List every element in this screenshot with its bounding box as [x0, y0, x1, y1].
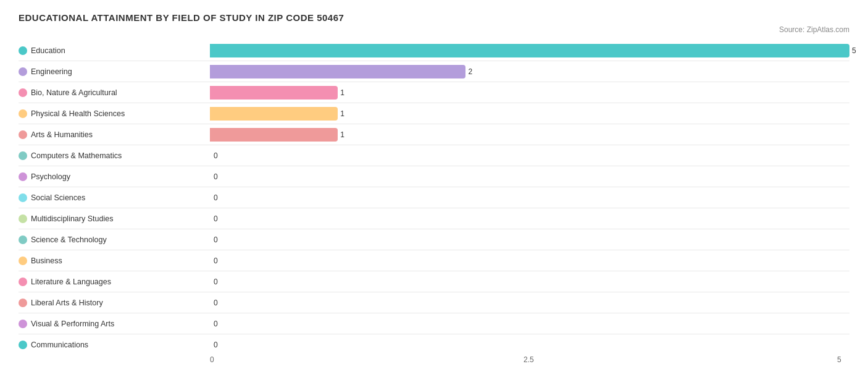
label-container: Education: [19, 46, 210, 55]
bar-label: Visual & Performing Arts: [31, 320, 114, 328]
bar-fill: [210, 65, 465, 78]
label-container: Literature & Languages: [19, 278, 210, 286]
bar-value-label: 0: [214, 235, 218, 244]
bar-label: Literature & Languages: [31, 278, 111, 286]
bar-dot: [19, 214, 27, 223]
x-tick-label: 5: [837, 355, 841, 364]
source-label: Source: ZipAtlas.com: [19, 25, 849, 34]
bar-dot: [19, 320, 27, 328]
bar-value-label: 2: [468, 67, 472, 76]
bar-dot: [19, 341, 27, 349]
bar-dot: [19, 88, 27, 97]
bar-row: Multidisciplinary Studies0: [19, 208, 849, 229]
x-tick-label: 0: [210, 355, 214, 364]
bar-row: Literature & Languages0: [19, 271, 849, 292]
bar-label: Arts & Humanities: [31, 130, 93, 139]
bar-label: Multidisciplinary Studies: [31, 214, 113, 223]
bar-label: Bio, Nature & Agricultural: [31, 88, 117, 97]
bar-fill: [210, 44, 849, 57]
label-container: Arts & Humanities: [19, 130, 210, 139]
bar-section: 0: [210, 233, 849, 247]
bar-dot: [19, 151, 27, 160]
bar-dot: [19, 193, 27, 202]
bar-row: Computers & Mathematics0: [19, 145, 849, 166]
bar-dot: [19, 67, 27, 76]
bar-dot: [19, 278, 27, 286]
bar-section: 0: [210, 191, 849, 205]
bar-value-label: 0: [214, 172, 218, 181]
bar-dot: [19, 172, 27, 181]
bar-row: Bio, Nature & Agricultural1: [19, 82, 849, 103]
bar-value-label: 1: [340, 130, 344, 139]
bar-value-label: 0: [214, 151, 218, 160]
chart-title: EDUCATIONAL ATTAINMENT BY FIELD OF STUDY…: [19, 12, 849, 23]
bar-label: Business: [31, 256, 62, 265]
bar-section: 1: [210, 107, 849, 121]
bar-row: Social Sciences0: [19, 187, 849, 208]
bar-label: Physical & Health Sciences: [31, 109, 125, 118]
bar-value-label: 1: [340, 109, 344, 118]
bar-row: Physical & Health Sciences1: [19, 103, 849, 124]
bar-row: Psychology0: [19, 166, 849, 187]
bar-fill: [210, 86, 338, 100]
bar-row: Communications0: [19, 334, 849, 355]
bar-value-label: 0: [214, 299, 218, 307]
x-tick-label: 2.5: [524, 355, 534, 364]
label-container: Science & Technology: [19, 235, 210, 244]
bar-row: Liberal Arts & History0: [19, 292, 849, 313]
bar-row: Engineering2: [19, 61, 849, 82]
bar-section: 0: [210, 275, 849, 289]
label-container: Visual & Performing Arts: [19, 320, 210, 328]
label-container: Multidisciplinary Studies: [19, 214, 210, 223]
bar-dot: [19, 109, 27, 118]
bar-row: Visual & Performing Arts0: [19, 313, 849, 334]
bar-fill: [210, 107, 338, 121]
bar-section: 0: [210, 149, 849, 163]
bar-value-label: 5: [852, 46, 856, 55]
bar-section: 0: [210, 170, 849, 184]
label-container: Psychology: [19, 172, 210, 181]
bar-section: 0: [210, 254, 849, 268]
x-axis: 02.55: [210, 355, 849, 368]
label-container: Social Sciences: [19, 193, 210, 202]
bar-section: 2: [210, 65, 849, 78]
label-container: Business: [19, 256, 210, 265]
bar-dot: [19, 46, 27, 55]
bar-section: 1: [210, 86, 849, 100]
bar-dot: [19, 235, 27, 244]
bar-section: 5: [210, 44, 849, 57]
label-container: Communications: [19, 341, 210, 349]
bar-row: Business0: [19, 250, 849, 271]
label-container: Bio, Nature & Agricultural: [19, 88, 210, 97]
bar-label: Social Sciences: [31, 193, 85, 202]
bar-dot: [19, 130, 27, 139]
bar-label: Education: [31, 46, 65, 55]
bar-dot: [19, 299, 27, 307]
label-container: Physical & Health Sciences: [19, 109, 210, 118]
bar-row: Education5: [19, 40, 849, 61]
bar-label: Science & Technology: [31, 235, 107, 244]
bar-section: 0: [210, 212, 849, 226]
bar-label: Engineering: [31, 67, 72, 76]
bar-label: Computers & Mathematics: [31, 151, 122, 160]
bar-value-label: 0: [214, 256, 218, 265]
bar-label: Communications: [31, 341, 88, 349]
bar-fill: [210, 128, 338, 142]
bar-label: Liberal Arts & History: [31, 299, 103, 307]
bar-section: 0: [210, 317, 849, 331]
bar-value-label: 0: [214, 214, 218, 223]
bar-value-label: 0: [214, 341, 218, 349]
label-container: Computers & Mathematics: [19, 151, 210, 160]
chart-area: Education5Engineering2Bio, Nature & Agri…: [19, 40, 849, 355]
bar-value-label: 0: [214, 193, 218, 202]
bar-value-label: 1: [340, 88, 344, 97]
label-container: Liberal Arts & History: [19, 299, 210, 307]
bar-value-label: 0: [214, 320, 218, 328]
label-container: Engineering: [19, 67, 210, 76]
bar-section: 0: [210, 338, 849, 352]
bar-section: 0: [210, 296, 849, 310]
bar-row: Arts & Humanities1: [19, 124, 849, 145]
bar-label: Psychology: [31, 172, 70, 181]
bar-value-label: 0: [214, 278, 218, 286]
bar-row: Science & Technology0: [19, 229, 849, 250]
